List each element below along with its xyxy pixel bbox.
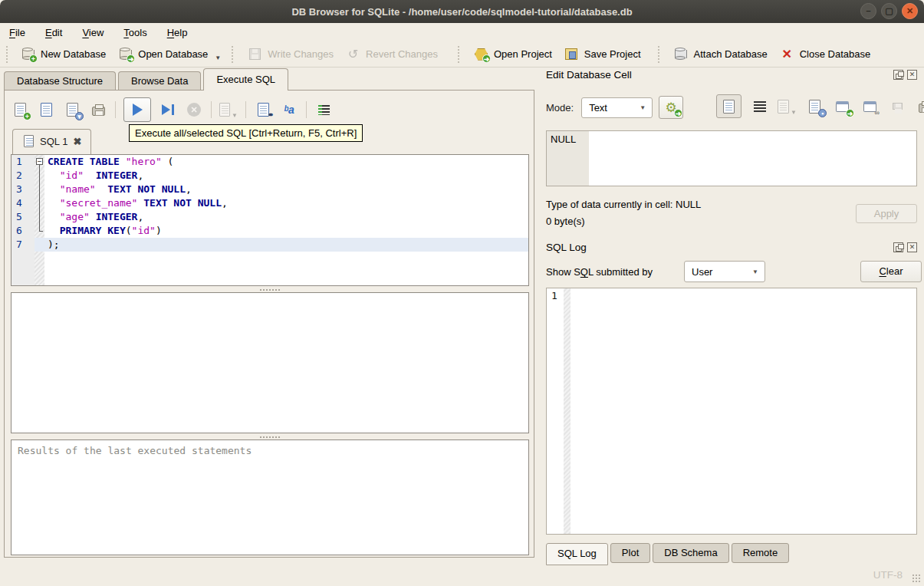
menu-file[interactable]: File — [9, 27, 25, 38]
menu-tools[interactable]: Tools — [123, 27, 146, 38]
print-cell-icon[interactable] — [916, 97, 924, 116]
fold-toggle-icon[interactable]: − — [35, 155, 44, 169]
sql-editor-lines: 1−CREATE TABLE "hero" (2 "id" INTEGER,3 … — [12, 155, 528, 252]
code-line[interactable]: 2 "id" INTEGER, — [12, 169, 528, 183]
code-line[interactable]: 7); — [12, 238, 528, 252]
word-wrap-icon[interactable] — [750, 97, 769, 116]
format-sql-icon[interactable] — [314, 100, 333, 119]
text-mode-icon[interactable] — [716, 94, 742, 118]
close-panel-icon[interactable]: ✕ — [907, 70, 917, 80]
save-cell-icon[interactable]: ▼ — [778, 97, 797, 116]
save-project-button[interactable]: Save Project — [558, 44, 647, 64]
find-in-sql-icon[interactable]: ⚭ — [254, 100, 272, 119]
new-sql-tab-icon[interactable]: + — [11, 100, 29, 119]
close-button[interactable]: ✕ — [902, 3, 918, 19]
code-text: PRIMARY KEY("id") — [44, 224, 528, 238]
chevron-down-icon: ▼ — [633, 104, 652, 111]
open-database-button[interactable]: ➜ Open Database ▼ — [112, 44, 227, 64]
apply-button[interactable]: Apply — [856, 204, 917, 223]
log-fold-margin — [564, 288, 571, 534]
cell-editor[interactable]: NULL — [546, 130, 917, 186]
sql-log-controls: Show SQL submitted by User ▼ Clear — [546, 261, 917, 284]
code-line[interactable]: 5 "age" INTEGER, — [12, 210, 528, 224]
execute-all-icon[interactable] — [123, 97, 151, 122]
tab-browse-data[interactable]: Browse Data — [118, 71, 201, 91]
export-cell-icon[interactable]: ➜ — [833, 97, 852, 116]
window-title: DB Browser for SQLite - /home/user/code/… — [291, 6, 632, 18]
apply-settings-button[interactable]: ⚙ ➜ — [659, 96, 683, 119]
tab-execute-sql[interactable]: Execute SQL — [203, 68, 288, 91]
menu-view[interactable]: View — [82, 27, 104, 38]
line-number: 6 — [12, 224, 35, 238]
execute-line-icon[interactable] — [159, 100, 177, 119]
fold-margin — [35, 224, 44, 238]
close-database-button[interactable]: ✕ Close Database — [774, 44, 877, 64]
set-null-icon[interactable] — [888, 97, 907, 116]
maximize-button[interactable]: ▢ — [881, 3, 897, 19]
cell-type-text: Type of data currently in cell: NULL — [546, 196, 701, 213]
write-changes-button[interactable]: Write Changes — [242, 44, 340, 64]
edit-pane-secondary[interactable] — [11, 292, 529, 433]
print-sql-icon[interactable] — [89, 100, 107, 119]
code-line[interactable]: 3 "name" TEXT NOT NULL, — [12, 183, 528, 196]
sql-editor[interactable]: 1−CREATE TABLE "hero" (2 "id" INTEGER,3 … — [11, 154, 529, 286]
autocomplete-icon[interactable]: ᵇa — [280, 100, 298, 119]
chevron-down-icon: ▼ — [746, 268, 765, 275]
log-filter-value: User — [692, 266, 712, 278]
menu-edit[interactable]: Edit — [45, 27, 62, 38]
tab-database-structure[interactable]: Database Structure — [4, 71, 116, 91]
attach-database-button[interactable]: Attach Database — [668, 44, 774, 64]
code-text: CREATE TABLE "hero" ( — [44, 155, 528, 169]
sql-tab-label: SQL 1 — [40, 136, 67, 147]
cell-type-info: Type of data currently in cell: NULL 0 b… — [546, 196, 701, 230]
sql-log-area[interactable]: 1 — [546, 288, 917, 535]
save-project-icon — [564, 47, 579, 61]
sql-log-title: SQL Log — [546, 242, 587, 253]
log-filter-label: Show SQL submitted by — [546, 266, 653, 278]
code-line[interactable]: 6 PRIMARY KEY("id") — [12, 224, 528, 238]
sql-editor-tab[interactable]: SQL 1 ✖ — [12, 129, 91, 154]
open-sql-file-icon[interactable] — [37, 100, 55, 119]
sql-toolbar: + ▾ ✕ ▼ ⚭ ᵇa — [11, 97, 333, 123]
fold-margin — [35, 196, 44, 210]
code-text: "age" INTEGER, — [44, 210, 528, 224]
code-line[interactable]: 4 "secret_name" TEXT NOT NULL, — [12, 196, 528, 210]
line-number: 3 — [12, 183, 35, 196]
open-project-button[interactable]: ➜ Open Project — [468, 44, 558, 64]
menu-help[interactable]: Help — [167, 27, 188, 38]
resize-grip-icon[interactable] — [912, 574, 921, 583]
cell-size-text: 0 byte(s) — [546, 213, 701, 230]
revert-changes-button[interactable]: ↺ Revert Changes — [340, 44, 444, 64]
results-pane[interactable]: Results of the last executed statements — [11, 440, 529, 555]
copy-link-icon[interactable]: ∞ — [860, 97, 880, 116]
mode-select[interactable]: Text ▼ — [581, 97, 653, 118]
float-panel-icon[interactable] — [893, 70, 903, 80]
minimize-button[interactable]: – — [860, 3, 876, 19]
toolbar-drag-handle[interactable] — [6, 46, 12, 63]
save-sql-file-icon[interactable]: ▾ — [63, 100, 81, 119]
menubar: File Edit View Tools Help — [0, 23, 924, 41]
stop-icon[interactable]: ✕ — [185, 100, 203, 119]
titlebar[interactable]: DB Browser for SQLite - /home/user/code/… — [0, 0, 924, 23]
edit-cell-title: Edit Database Cell — [546, 69, 632, 81]
import-cell-icon[interactable]: ▪ — [805, 97, 824, 116]
code-text: "id" INTEGER, — [44, 169, 528, 183]
float-panel-icon[interactable] — [893, 242, 903, 252]
close-panel-icon[interactable]: ✕ — [907, 242, 917, 252]
open-database-dropdown-icon[interactable]: ▼ — [215, 54, 221, 61]
code-text: "secret_name" TEXT NOT NULL, — [44, 196, 528, 210]
sql-toolbar-separator — [306, 101, 307, 118]
save-results-icon[interactable]: ▼ — [219, 100, 238, 119]
clear-log-button[interactable]: Clear — [860, 261, 922, 282]
code-line[interactable]: 1−CREATE TABLE "hero" ( — [12, 155, 528, 169]
log-filter-select[interactable]: User ▼ — [684, 261, 765, 282]
cell-toolbar: ▼ ▪ ➜ ∞ — [716, 94, 924, 118]
line-number: 4 — [12, 196, 35, 210]
code-text: "name" TEXT NOT NULL, — [44, 183, 528, 196]
sql-tab-close-icon[interactable]: ✖ — [73, 136, 81, 147]
new-database-button[interactable]: + New Database — [15, 44, 112, 64]
edit-cell-header: Edit Database Cell ✕ — [546, 69, 917, 81]
sql-toolbar-separator — [211, 101, 212, 118]
encoding-label: UTF-8 — [873, 569, 903, 581]
line-number: 5 — [12, 210, 35, 224]
